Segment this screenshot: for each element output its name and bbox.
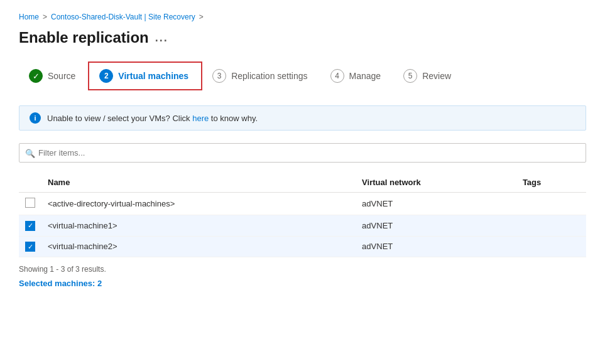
vm-table: Name Virtual network Tags <active-direct…: [19, 173, 586, 257]
selected-count: 2: [97, 279, 102, 288]
step-vm-label: Virtual machines: [118, 71, 188, 81]
row-checkbox-1[interactable]: [25, 198, 35, 208]
step-manage[interactable]: 4 Manage: [320, 63, 394, 89]
breadcrumb: Home > Contoso-Shared-Disk-Vault | Site …: [19, 13, 586, 21]
table-header-row: Name Virtual network Tags: [19, 173, 586, 193]
step-source-circle: ✓: [29, 69, 43, 83]
page-title: Enable replication ...: [19, 29, 586, 46]
step-replication-settings[interactable]: 3 Replication settings: [202, 63, 320, 89]
info-icon: i: [30, 112, 41, 124]
table-row: ✓<virtual-machine2>adVNET: [19, 236, 586, 257]
row-tags-1: [516, 193, 586, 215]
table-header-tags: Tags: [516, 173, 586, 193]
breadcrumb-home[interactable]: Home: [19, 13, 39, 21]
table-header-checkbox: [19, 173, 41, 193]
step-review[interactable]: 5 Review: [393, 63, 464, 89]
row-tags-2: [516, 215, 586, 237]
row-name-3: <virtual-machine2>: [41, 236, 356, 257]
search-icon: 🔍: [25, 148, 35, 158]
step-manage-circle: 4: [330, 69, 344, 83]
step-virtual-machines[interactable]: 2 Virtual machines: [88, 62, 202, 90]
table-header-name: Name: [41, 173, 356, 193]
table-header-network: Virtual network: [356, 173, 516, 193]
row-name-1: <active-directory-virtual-machines>: [41, 193, 356, 215]
step-source[interactable]: ✓ Source: [19, 63, 88, 89]
step-source-label: Source: [48, 71, 75, 81]
table-row: ✓<virtual-machine1>adVNET: [19, 215, 586, 237]
page-title-ellipsis: ...: [155, 31, 168, 45]
row-network-2: adVNET: [356, 215, 516, 237]
row-checkbox-3[interactable]: ✓: [25, 242, 35, 252]
info-link[interactable]: here: [192, 114, 209, 123]
step-rep-label: Replication settings: [231, 71, 307, 81]
step-manage-label: Manage: [349, 71, 381, 81]
info-banner: i Unable to view / select your VMs? Clic…: [19, 105, 586, 131]
row-tags-3: [516, 236, 586, 257]
step-review-circle: 5: [403, 69, 417, 83]
filter-input[interactable]: [19, 143, 586, 163]
info-text: Unable to view / select your VMs? Click …: [47, 114, 258, 123]
row-checkbox-2[interactable]: ✓: [25, 221, 35, 231]
breadcrumb-vault[interactable]: Contoso-Shared-Disk-Vault | Site Recover…: [51, 13, 195, 21]
steps-bar: ✓ Source 2 Virtual machines 3 Replicatio…: [19, 62, 586, 90]
row-name-2: <virtual-machine1>: [41, 215, 356, 237]
step-review-label: Review: [422, 71, 451, 81]
results-text: Showing 1 - 3 of 3 results.: [19, 265, 586, 274]
table-row: <active-directory-virtual-machines>adVNE…: [19, 193, 586, 215]
row-network-3: adVNET: [356, 236, 516, 257]
step-vm-circle: 2: [99, 69, 113, 83]
filter-wrapper: 🔍: [19, 143, 586, 163]
row-network-1: adVNET: [356, 193, 516, 215]
selected-text: Selected machines: 2: [19, 279, 586, 288]
step-rep-circle: 3: [212, 69, 226, 83]
